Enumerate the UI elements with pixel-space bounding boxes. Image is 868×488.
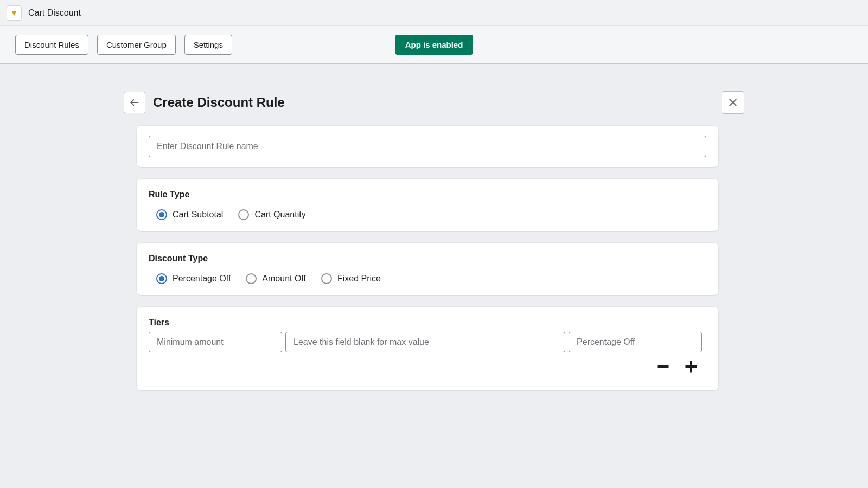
close-icon: [727, 97, 738, 108]
toolbar-tabs: Discount Rules Customer Group Settings: [15, 35, 232, 55]
app-icon-glyph: ▼: [10, 9, 18, 17]
radio-indicator: [156, 209, 167, 220]
radio-label: Percentage Off: [173, 274, 231, 284]
tab-discount-rules[interactable]: Discount Rules: [15, 35, 88, 55]
toolbar: Discount Rules Customer Group Settings A…: [0, 26, 868, 64]
radio-indicator: [156, 273, 167, 284]
radio-fixed-price[interactable]: Fixed Price: [321, 273, 381, 284]
app-title-bar: ▼ Cart Discount: [0, 0, 868, 26]
radio-cart-quantity[interactable]: Cart Quantity: [238, 209, 305, 220]
remove-tier-button[interactable]: [655, 359, 671, 374]
radio-percentage-off[interactable]: Percentage Off: [156, 273, 231, 284]
rule-type-options: Cart Subtotal Cart Quantity: [149, 209, 706, 220]
close-button[interactable]: [722, 91, 744, 114]
add-tier-button[interactable]: [684, 359, 699, 374]
radio-label: Cart Quantity: [254, 210, 305, 220]
arrow-left-icon: [129, 97, 140, 108]
card-rule-name: [137, 126, 718, 167]
tab-customer-group[interactable]: Customer Group: [97, 35, 176, 55]
radio-indicator: [246, 273, 257, 284]
rule-type-label: Rule Type: [149, 190, 706, 200]
back-button[interactable]: [124, 92, 145, 113]
radio-amount-off[interactable]: Amount Off: [246, 273, 306, 284]
tiers-label: Tiers: [149, 318, 706, 328]
app-title: Cart Discount: [28, 8, 81, 18]
radio-label: Fixed Price: [337, 274, 381, 284]
card-rule-type: Rule Type Cart Subtotal Cart Quantity: [137, 179, 718, 231]
page-container: Create Discount Rule Rule Type Cart Subt…: [0, 64, 868, 418]
discount-type-label: Discount Type: [149, 254, 706, 264]
rule-name-input[interactable]: [149, 136, 706, 157]
radio-cart-subtotal[interactable]: Cart Subtotal: [156, 209, 223, 220]
radio-label: Amount Off: [262, 274, 306, 284]
app-status-button[interactable]: App is enabled: [395, 35, 473, 55]
app-icon: ▼: [7, 5, 22, 21]
plus-icon: [684, 359, 699, 374]
tab-settings[interactable]: Settings: [184, 35, 232, 55]
page-title: Create Discount Rule: [153, 95, 714, 110]
tier-max-input[interactable]: [285, 332, 565, 352]
card-tiers: Tiers: [137, 307, 718, 390]
radio-label: Cart Subtotal: [173, 210, 223, 220]
discount-type-options: Percentage Off Amount Off Fixed Price: [149, 273, 706, 284]
page-inner: Create Discount Rule Rule Type Cart Subt…: [124, 91, 744, 390]
radio-indicator: [321, 273, 332, 284]
radio-indicator: [238, 209, 249, 220]
tier-pct-input[interactable]: [569, 332, 702, 352]
tier-row: [149, 332, 706, 352]
tier-min-input[interactable]: [149, 332, 282, 352]
tier-controls: [149, 359, 706, 374]
card-discount-type: Discount Type Percentage Off Amount Off …: [137, 243, 718, 295]
page-header: Create Discount Rule: [124, 91, 744, 114]
minus-icon: [655, 359, 671, 374]
